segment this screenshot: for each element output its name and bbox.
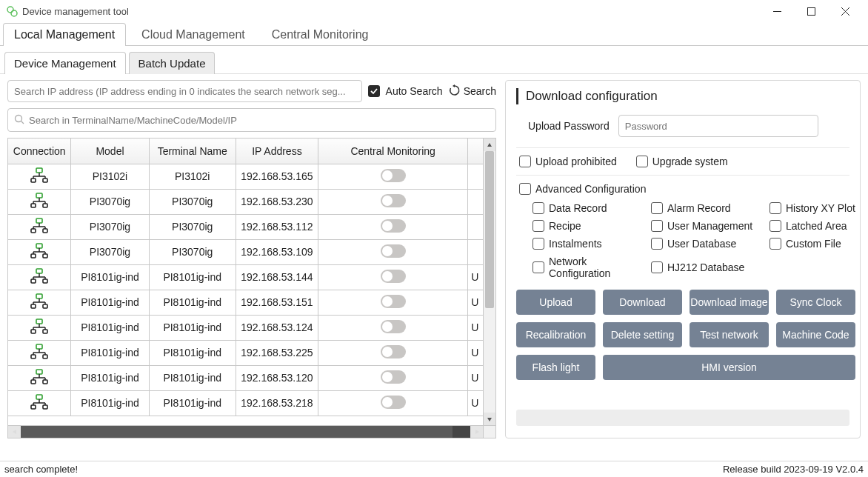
subtab-batch-update[interactable]: Batch Update: [129, 52, 216, 74]
cell-ip: 192.168.53.124: [236, 315, 318, 340]
central-monitoring-toggle[interactable]: [381, 295, 406, 308]
table-row[interactable]: PI8101ig-indPI8101ig-ind192.168.53.144U: [8, 264, 483, 290]
progress-bar: [516, 410, 849, 426]
central-monitoring-toggle[interactable]: [381, 370, 406, 384]
adv-checkbox[interactable]: [533, 220, 544, 232]
scroll-right-arrow[interactable]: [470, 426, 483, 438]
upload-prohibited-label: Upload prohibited: [535, 156, 617, 167]
cell-extra: U: [468, 315, 483, 340]
sync-clock-button[interactable]: Sync Clock: [776, 290, 855, 315]
vertical-scrollbar[interactable]: [483, 139, 495, 425]
vertical-scroll-thumb[interactable]: [485, 151, 494, 308]
adv-checkbox[interactable]: [533, 202, 544, 214]
flash-light-button[interactable]: Flash light: [516, 355, 595, 380]
refresh-icon: [449, 84, 461, 99]
adv-checkbox[interactable]: [769, 220, 781, 232]
download-image-button[interactable]: Download image: [690, 290, 769, 315]
upgrade-system-checkbox[interactable]: [636, 156, 648, 167]
svg-rect-21: [31, 204, 36, 207]
central-monitoring-toggle[interactable]: [381, 270, 406, 283]
cell-model: PI8101ig-ind: [71, 290, 149, 315]
upload-button[interactable]: Upload: [516, 290, 595, 315]
horizontal-scrollbar[interactable]: [7, 426, 496, 438]
main-tabs: Local Management Cloud Management Centra…: [0, 22, 868, 46]
search-ip-input[interactable]: [7, 80, 362, 102]
svg-rect-42: [31, 279, 36, 283]
col-ip-address[interactable]: IP Address: [236, 139, 318, 164]
upload-password-input[interactable]: [618, 115, 818, 137]
adv-checkbox[interactable]: [533, 261, 544, 273]
central-monitoring-toggle[interactable]: [381, 169, 406, 182]
col-extra[interactable]: [468, 139, 483, 164]
table-row[interactable]: PI8101ig-indPI8101ig-ind192.168.53.120U: [8, 365, 483, 390]
svg-rect-44: [36, 294, 42, 298]
cell-terminal: PI3102i: [149, 164, 236, 189]
adv-checkbox[interactable]: [769, 238, 781, 250]
col-terminal-name[interactable]: Terminal Name: [149, 139, 236, 164]
adv-checkbox[interactable]: [651, 202, 663, 214]
search-button[interactable]: Search: [449, 84, 496, 99]
tab-central-monitoring[interactable]: Central Monitoring: [261, 23, 380, 46]
adv-checkbox[interactable]: [533, 238, 544, 250]
central-monitoring-toggle[interactable]: [381, 244, 406, 258]
adv-check-label: Data Record: [549, 202, 607, 214]
table-row[interactable]: PI3070igPI3070ig192.168.53.109: [8, 239, 483, 264]
svg-rect-22: [43, 204, 47, 207]
tab-cloud-management[interactable]: Cloud Management: [130, 23, 256, 46]
connection-icon: [30, 174, 49, 186]
adv-checkbox[interactable]: [769, 202, 781, 214]
hmi-version-button[interactable]: HMI version: [603, 355, 855, 380]
scroll-up-arrow[interactable]: [484, 139, 495, 151]
subtab-device-management[interactable]: Device Management: [4, 52, 126, 74]
auto-search-checkbox[interactable]: [368, 85, 380, 97]
connection-icon: [30, 275, 49, 287]
cell-model: PI3070ig: [71, 239, 149, 264]
cell-terminal: PI8101ig-ind: [149, 290, 236, 315]
col-connection[interactable]: Connection: [8, 139, 71, 164]
adv-checkbox[interactable]: [651, 261, 663, 273]
svg-rect-63: [31, 355, 36, 358]
upload-prohibited-checkbox[interactable]: [519, 156, 531, 167]
cell-ip: 192.168.53.230: [236, 189, 318, 214]
table-row[interactable]: PI3070igPI3070ig192.168.53.230: [8, 189, 483, 214]
col-model[interactable]: Model: [71, 139, 149, 164]
table-row[interactable]: PI8101ig-indPI8101ig-ind192.168.53.225U: [8, 340, 483, 365]
advanced-config-checkbox[interactable]: [519, 183, 531, 195]
table-row[interactable]: PI8101ig-indPI8101ig-ind192.168.53.151U: [8, 290, 483, 315]
col-central-monitoring[interactable]: Central Monitoring: [318, 139, 468, 164]
scroll-down-arrow[interactable]: [484, 413, 495, 425]
adv-check-label: Instalments: [549, 238, 602, 250]
table-header-row: Connection Model Terminal Name IP Addres…: [8, 139, 483, 164]
table-row[interactable]: PI3102iPI3102i192.168.53.165: [8, 164, 483, 189]
central-monitoring-toggle[interactable]: [381, 194, 406, 207]
delete-setting-button[interactable]: Delete setting: [603, 322, 682, 347]
cell-terminal: PI8101ig-ind: [149, 315, 236, 340]
central-monitoring-toggle[interactable]: [381, 345, 406, 358]
download-button[interactable]: Download: [603, 290, 682, 315]
cell-terminal: PI3070ig: [149, 214, 236, 239]
cell-terminal: PI8101ig-ind: [149, 365, 236, 390]
minimize-button[interactable]: [760, 0, 794, 22]
adv-check-label: Latched Area: [786, 220, 847, 232]
table-row[interactable]: PI3070igPI3070ig192.168.53.112: [8, 214, 483, 239]
adv-checkbox[interactable]: [651, 238, 663, 250]
adv-check-label: History XY Plot: [786, 202, 855, 214]
cell-extra: U: [468, 264, 483, 290]
machine-code-button[interactable]: Machine Code: [776, 322, 855, 347]
filter-input[interactable]: [29, 115, 490, 126]
central-monitoring-toggle[interactable]: [381, 219, 406, 233]
test-network-button[interactable]: Test network: [690, 322, 769, 347]
scroll-left-arrow[interactable]: [8, 426, 21, 438]
svg-rect-15: [43, 179, 47, 182]
horizontal-scroll-thumb[interactable]: [21, 426, 453, 438]
central-monitoring-toggle[interactable]: [381, 396, 406, 409]
close-button[interactable]: [828, 0, 862, 22]
table-row[interactable]: PI8101ig-indPI8101ig-ind192.168.53.124U: [8, 315, 483, 340]
recalibration-button[interactable]: Recalibration: [516, 322, 595, 347]
cell-terminal: PI8101ig-ind: [149, 264, 236, 290]
adv-checkbox[interactable]: [651, 220, 663, 232]
table-row[interactable]: PI8101ig-indPI8101ig-ind192.168.53.218U: [8, 390, 483, 416]
maximize-button[interactable]: [794, 0, 828, 22]
central-monitoring-toggle[interactable]: [381, 320, 406, 333]
tab-local-management[interactable]: Local Management: [3, 23, 126, 46]
